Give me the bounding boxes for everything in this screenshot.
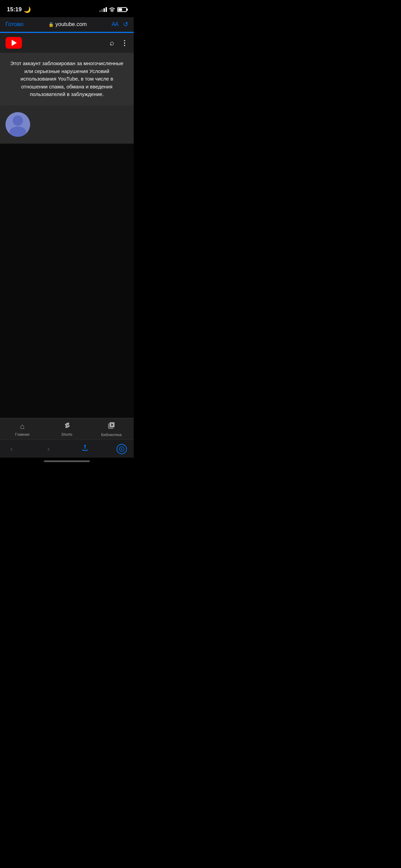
browser-actions: AA ↺: [112, 21, 128, 28]
nav-item-home[interactable]: ⌂ Главная: [0, 422, 45, 436]
home-indicator: [0, 458, 134, 468]
ban-notice: Этот аккаунт заблокирован за многочислен…: [0, 53, 134, 105]
shorts-label: Shorts: [61, 432, 72, 436]
home-label: Главная: [15, 432, 29, 436]
youtube-header: ⌕ ⋮: [0, 33, 134, 53]
bookmarks-button[interactable]: [117, 444, 127, 454]
channel-area: [0, 105, 134, 144]
share-button[interactable]: [81, 444, 89, 454]
safari-bottom-bar: ‹ ›: [0, 439, 134, 458]
signal-bars-icon: [99, 7, 107, 12]
library-label: Библиотека: [101, 433, 122, 437]
forward-button[interactable]: ›: [44, 443, 53, 455]
more-options-icon[interactable]: ⋮: [121, 39, 128, 47]
battery-icon: [117, 7, 127, 12]
library-icon: [108, 422, 115, 431]
reload-button[interactable]: ↺: [123, 21, 128, 28]
shorts-icon: [63, 422, 71, 431]
avatar-head: [13, 116, 23, 126]
avatar: [5, 112, 30, 137]
search-icon[interactable]: ⌕: [110, 38, 114, 47]
status-bar: 15:19 🌙: [0, 0, 134, 17]
youtube-play-icon: [12, 40, 17, 46]
status-time: 15:19 🌙: [7, 6, 31, 13]
nav-item-library[interactable]: Библиотека: [89, 422, 134, 437]
back-button[interactable]: ‹: [7, 443, 16, 455]
home-icon: ⌂: [20, 422, 24, 431]
lock-icon: 🔒: [48, 22, 54, 27]
youtube-header-icons: ⌕ ⋮: [110, 38, 128, 47]
avatar-person: [5, 112, 30, 137]
moon-icon: 🌙: [24, 6, 31, 13]
wifi-icon: [109, 7, 115, 12]
clock: 15:19: [7, 6, 22, 13]
ban-notice-text: Этот аккаунт заблокирован за многочислен…: [8, 60, 125, 98]
status-icons: [99, 7, 127, 12]
nav-item-shorts[interactable]: Shorts: [45, 422, 89, 436]
browser-url-bar[interactable]: 🔒 youtube.com: [48, 21, 87, 27]
url-text: youtube.com: [56, 21, 87, 27]
youtube-logo[interactable]: [5, 37, 22, 49]
text-size-button[interactable]: AA: [112, 21, 118, 27]
home-indicator-bar: [44, 460, 90, 462]
browser-done-button[interactable]: Готово: [5, 21, 24, 28]
avatar-body: [10, 126, 26, 137]
browser-toolbar: Готово 🔒 youtube.com AA ↺: [0, 17, 134, 32]
main-content: [0, 144, 134, 418]
youtube-bottom-nav: ⌂ Главная Shorts Библиотека: [0, 418, 134, 439]
